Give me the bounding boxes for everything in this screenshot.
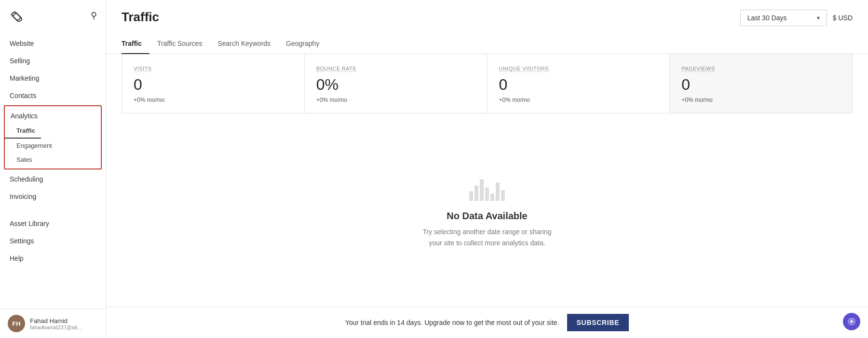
stat-bounce-rate-value: 0% — [316, 76, 475, 94]
no-data-icon — [469, 172, 505, 201]
sidebar-item-selling[interactable]: Selling — [0, 52, 106, 70]
tab-search-keywords[interactable]: Search Keywords — [210, 34, 278, 54]
bar-2 — [475, 185, 478, 201]
sidebar-sub-item-traffic[interactable]: Traffic — [5, 124, 41, 139]
chart-area: No Data Available Try selecting another … — [106, 113, 868, 307]
stat-pageviews-label: PAGEVIEWS — [681, 66, 715, 72]
svg-text:✦: ✦ — [849, 318, 854, 324]
bar-6 — [496, 183, 500, 201]
bar-3 — [480, 179, 484, 201]
date-selector-label: Last 30 Days — [747, 14, 787, 22]
squarespace-logo[interactable] — [9, 8, 24, 23]
sidebar-item-invoicing[interactable]: Invoicing — [0, 188, 106, 205]
bar-4 — [485, 187, 489, 201]
main-header: Traffic Last 30 Days ▾ $ USD — [106, 0, 868, 26]
stat-pageviews: PAGEVIEWS 0 +0% mo/mo — [670, 54, 852, 113]
stat-bounce-rate-change: +0% mo/mo — [316, 97, 475, 103]
chevron-down-icon: ▾ — [817, 14, 820, 21]
sidebar-nav: Website Selling Marketing Contacts Analy… — [0, 31, 106, 309]
bar-1 — [469, 191, 473, 201]
stat-pageviews-value: 0 — [681, 76, 841, 94]
stat-unique-visitors-change: +0% mo/mo — [499, 97, 658, 103]
stats-row: VISITS 0 +0% mo/mo BOUNCE RATE 0% +0% mo… — [122, 54, 853, 113]
sidebar-top: ⚲ — [0, 0, 106, 31]
stat-pageviews-change: +0% mo/mo — [681, 97, 841, 103]
bar-5 — [490, 194, 494, 201]
user-info: Fahad Hamid fahadhamid237@ail... — [30, 317, 98, 330]
sidebar-sub-item-sales[interactable]: Sales — [5, 153, 101, 167]
subscribe-button[interactable]: SUBSCRIBE — [567, 314, 629, 331]
user-name: Fahad Hamid — [30, 317, 98, 324]
sidebar-item-help[interactable]: Help — [0, 250, 106, 267]
stat-unique-visitors: UNIQUE VISITORS 0 +0% mo/mo — [488, 54, 670, 113]
help-chat-icon[interactable]: ✦ — [843, 313, 860, 330]
tab-traffic-sources[interactable]: Traffic Sources — [149, 34, 210, 54]
main-content: Traffic Last 30 Days ▾ $ USD Traffic Tra… — [106, 0, 868, 338]
tab-geography[interactable]: Geography — [278, 34, 327, 54]
page-title: Traffic — [122, 10, 159, 25]
no-data-title: No Data Available — [447, 211, 527, 222]
avatar: FH — [8, 315, 25, 332]
sidebar: ⚲ Website Selling Marketing Contacts Ana… — [0, 0, 106, 338]
avatar-initials: FH — [12, 320, 20, 327]
search-icon[interactable]: ⚲ — [91, 10, 97, 21]
sidebar-item-contacts[interactable]: Contacts — [0, 87, 106, 104]
header-right: Last 30 Days ▾ $ USD — [740, 10, 853, 26]
sidebar-item-scheduling[interactable]: Scheduling — [0, 170, 106, 188]
stat-bounce-rate-label: BOUNCE RATE — [316, 66, 356, 72]
tabs: Traffic Traffic Sources Search Keywords … — [106, 34, 868, 54]
stat-visits-value: 0 — [134, 76, 293, 94]
sidebar-item-settings[interactable]: Settings — [0, 232, 106, 250]
stat-visits-label: VISITS — [134, 66, 151, 72]
sidebar-item-website[interactable]: Website — [0, 35, 106, 52]
stat-unique-visitors-label: UNIQUE VISITORS — [499, 66, 549, 72]
sidebar-item-marketing[interactable]: Marketing — [0, 70, 106, 87]
svg-rect-0 — [9, 8, 24, 23]
sidebar-user: FH Fahad Hamid fahadhamid237@ail... — [0, 309, 106, 338]
no-data-description: Try selecting another date range or shar… — [422, 226, 551, 248]
bar-7 — [501, 190, 505, 201]
currency-label: $ USD — [833, 14, 853, 22]
sidebar-sub-item-engagement[interactable]: Engagement — [5, 139, 101, 153]
stat-bounce-rate: BOUNCE RATE 0% +0% mo/mo — [305, 54, 488, 113]
stat-visits-change: +0% mo/mo — [134, 97, 293, 103]
stat-visits: VISITS 0 +0% mo/mo — [122, 54, 305, 113]
stat-unique-visitors-value: 0 — [499, 76, 658, 94]
trial-banner: Your trial ends in 14 days. Upgrade now … — [106, 307, 868, 338]
trial-message: Your trial ends in 14 days. Upgrade now … — [345, 319, 559, 326]
sidebar-item-analytics[interactable]: Analytics — [5, 108, 101, 124]
date-selector[interactable]: Last 30 Days ▾ — [740, 10, 827, 26]
sidebar-item-asset-library[interactable]: Asset Library — [0, 215, 106, 232]
analytics-group: Analytics Traffic Engagement Sales — [4, 105, 102, 169]
user-email: fahadhamid237@ail... — [30, 324, 98, 330]
tab-traffic[interactable]: Traffic — [122, 34, 149, 54]
